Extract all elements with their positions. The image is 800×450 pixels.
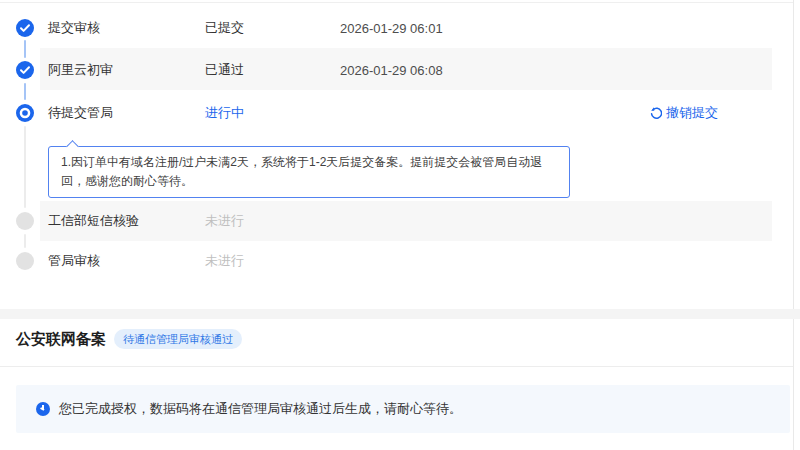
notice-tooltip: 1.因订单中有域名注册/过户未满2天，系统将于1-2天后提交备案。提前提交会被管… — [48, 146, 570, 198]
police-filing-info-banner: 您已完成授权，数据码将在通信管理局审核通过后生成，请耐心等待。 — [16, 385, 790, 433]
right-border-line — [793, 0, 794, 450]
timeline-step-pending-authority-submit: 待提交管局 进行中 撤销提交 — [0, 93, 772, 133]
step-time: 2026-01-29 06:08 — [340, 63, 443, 78]
notice-tooltip-text: 1.因订单中有域名注册/过户未满2天，系统将于1-2天后提交备案。提前提交会被管… — [61, 155, 542, 188]
timeline-step-submit-review: 提交审核 已提交 2026-01-29 06:01 — [0, 8, 772, 48]
police-filing-header: 公安联网备案 待通信管理局审核通过 — [16, 329, 242, 349]
step-label: 待提交管局 — [48, 104, 205, 122]
step-time: 2026-01-29 06:01 — [340, 21, 443, 36]
step-status: 未进行 — [205, 212, 340, 230]
police-filing-status-badge: 待通信管理局审核通过 — [114, 329, 242, 349]
police-filing-info-text: 您已完成授权，数据码将在通信管理局审核通过后生成，请耐心等待。 — [59, 400, 462, 418]
gray-dot-icon — [16, 252, 34, 270]
step-status: 已通过 — [205, 61, 340, 79]
step-status: 未进行 — [205, 252, 340, 270]
step-label: 阿里云初审 — [48, 61, 205, 79]
timeline-step-authority-review: 管局审核 未进行 — [0, 241, 772, 281]
check-circle-icon — [16, 19, 34, 37]
timeline-step-miit-sms-verify: 工信部短信核验 未进行 — [0, 201, 772, 241]
withdraw-submit-button[interactable]: 撤销提交 — [650, 104, 718, 122]
timeline-step-aliyun-review: 阿里云初审 已通过 2026-01-29 06:08 — [0, 50, 772, 90]
icp-filing-status-page: 提交审核 已提交 2026-01-29 06:01 阿里云初审 已通过 2026… — [0, 0, 800, 450]
step-status: 已提交 — [205, 19, 340, 37]
section-divider — [0, 309, 800, 319]
gray-dot-icon — [16, 212, 34, 230]
timeline-connector — [24, 126, 26, 208]
undo-icon — [650, 107, 662, 120]
top-divider — [0, 2, 793, 3]
header-divider — [0, 366, 793, 367]
check-circle-icon — [16, 61, 34, 79]
radio-circle-icon — [16, 104, 34, 122]
step-label: 提交审核 — [48, 19, 205, 37]
withdraw-submit-label: 撤销提交 — [666, 104, 718, 122]
step-status: 进行中 — [205, 104, 340, 122]
police-filing-title: 公安联网备案 — [16, 330, 106, 349]
clock-icon — [36, 402, 50, 416]
step-label: 管局审核 — [48, 252, 205, 270]
step-label: 工信部短信核验 — [48, 212, 205, 230]
